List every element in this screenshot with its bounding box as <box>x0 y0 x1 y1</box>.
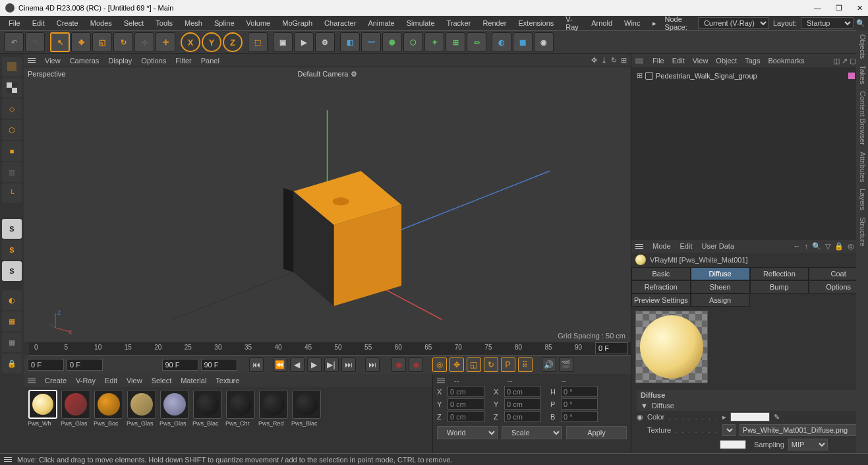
lock-btn[interactable]: 🔒 <box>2 354 22 373</box>
obj-menu-view[interactable]: View <box>693 57 709 65</box>
menu-animate[interactable]: Animate <box>362 17 400 29</box>
vp-menu-display[interactable]: Display <box>108 57 132 65</box>
mograph[interactable]: ⊞ <box>446 32 465 52</box>
material-swatch[interactable]: Pws_Boc <box>94 390 124 450</box>
mat-hamburger[interactable] <box>28 379 36 383</box>
tab-diffuse[interactable]: Diffuse <box>691 267 750 280</box>
frame-field-1[interactable] <box>28 359 64 371</box>
menu-modes[interactable]: Modes <box>84 17 118 29</box>
material-swatch[interactable]: Pws_Chr <box>225 390 256 450</box>
prev-frame[interactable]: ◀ <box>290 357 304 372</box>
obj-menu-bookmarks[interactable]: Bookmarks <box>768 57 804 65</box>
x-axis-toggle[interactable]: X <box>181 32 200 52</box>
tab-refraction[interactable]: Refraction <box>631 280 691 294</box>
material-swatch[interactable]: Pws_Glas <box>159 390 190 450</box>
key-dots[interactable]: ⠿ <box>518 357 533 372</box>
object-tree[interactable]: ⊞ Pedestrian_Walk_Signal_group ⠿ <box>631 67 868 239</box>
vp-menu-panel[interactable]: Panel <box>201 57 219 65</box>
polygon-mode[interactable]: ■ <box>2 141 22 161</box>
menu-mesh[interactable]: Mesh <box>179 17 208 29</box>
autokey[interactable]: ◉ <box>409 357 423 372</box>
texture-mode[interactable] <box>2 78 22 98</box>
sidetab-objects[interactable]: Objects <box>857 34 867 59</box>
light-tool[interactable]: ◉ <box>534 32 554 52</box>
coord-space[interactable]: World <box>437 426 498 439</box>
menu-file[interactable]: File <box>3 17 26 29</box>
frame-field-2[interactable] <box>67 359 103 371</box>
cube-primitive[interactable]: ◧ <box>340 32 360 52</box>
tab-sheen[interactable]: Sheen <box>691 280 750 294</box>
workplane-btn[interactable]: ◐ <box>2 290 22 310</box>
tab-bump[interactable]: Bump <box>750 280 809 294</box>
key-rot[interactable]: ◱ <box>467 357 481 372</box>
camera-tool[interactable]: ▦ <box>513 32 533 52</box>
recent-tool[interactable]: ⊹ <box>134 32 154 52</box>
menu-tracker[interactable]: Tracker <box>441 17 477 29</box>
spline-primitive[interactable]: 〰 <box>361 32 381 52</box>
mat-menu-view[interactable]: View <box>127 377 142 385</box>
move-tool[interactable]: ✥ <box>71 32 91 52</box>
material-swatch[interactable]: Pws_Wh <box>28 390 58 450</box>
sidetab-content-browser[interactable]: Content Browser <box>857 91 867 145</box>
tab-basic[interactable]: Basic <box>631 267 691 280</box>
close-button[interactable]: ✕ <box>857 4 863 13</box>
tab-preview-settings[interactable]: Preview Settings <box>631 294 691 307</box>
sidetab-structure[interactable]: Structure <box>857 217 867 247</box>
tag-icon[interactable] <box>848 73 855 79</box>
mat-menu-texture[interactable]: Texture <box>216 377 239 385</box>
goto-next-key[interactable]: ⏭ <box>341 357 356 372</box>
vp-menu-cameras[interactable]: Cameras <box>70 57 100 65</box>
sidetab-attributes[interactable]: Attributes <box>857 152 867 182</box>
maximize-button[interactable]: ❐ <box>836 4 842 13</box>
nav-back[interactable]: ← <box>794 242 801 251</box>
attr-hamburger[interactable] <box>635 244 643 249</box>
sidetab-layers[interactable]: Layers <box>857 189 867 210</box>
menu-extensions[interactable]: Extensions <box>512 17 560 29</box>
material-swatch[interactable]: Pws_Red <box>258 390 289 450</box>
vp-icon-1[interactable]: ✥ <box>591 56 597 65</box>
node-space-dropdown[interactable]: Current (V-Ray) <box>698 17 769 29</box>
obj-menu-object[interactable]: Object <box>716 57 737 65</box>
minimize-button[interactable]: — <box>814 4 821 13</box>
rot-p[interactable] <box>561 398 598 410</box>
sampling-dropdown[interactable]: MIP <box>788 439 828 450</box>
mat-menu-material[interactable]: Material <box>181 377 206 385</box>
material-preview[interactable] <box>635 311 708 383</box>
fields[interactable]: ✦ <box>424 32 444 52</box>
goto-start[interactable]: ⏮ <box>249 357 264 372</box>
tab-assign[interactable]: Assign <box>691 294 750 307</box>
size-z[interactable] <box>504 411 541 422</box>
render-picture[interactable]: ▶ <box>294 32 314 52</box>
ruler-frame-field[interactable] <box>595 342 628 354</box>
menu-create[interactable]: Create <box>51 17 84 29</box>
coord-z[interactable] <box>448 411 484 422</box>
record-key[interactable]: ◉ <box>391 357 406 372</box>
menu-arnold[interactable]: Arnold <box>585 17 618 29</box>
search-icon[interactable]: 🔍 <box>856 19 865 28</box>
material-swatch[interactable]: Pws_Glas <box>61 390 91 450</box>
obj-menu-tags[interactable]: Tags <box>745 57 760 65</box>
rot-b[interactable] <box>561 411 598 422</box>
tree-item[interactable]: ⊞ Pedestrian_Walk_Signal_group ⠿ <box>634 70 865 81</box>
vp-icon-3[interactable]: ↻ <box>611 56 617 65</box>
menu-render[interactable]: Render <box>477 17 512 29</box>
model-mode[interactable] <box>2 57 22 77</box>
snap-s1[interactable]: S <box>2 219 22 239</box>
uv-mode[interactable]: ▥ <box>2 162 22 182</box>
texture-dropdown[interactable] <box>722 424 736 436</box>
edge-mode[interactable]: ⬡ <box>2 120 22 140</box>
scene-btn[interactable]: 🎬 <box>559 357 573 372</box>
diffuse-toggle[interactable]: Diffuse <box>652 402 674 410</box>
coord-system[interactable]: ⬚ <box>248 32 268 52</box>
y-axis-toggle[interactable]: Y <box>202 32 221 52</box>
generator[interactable]: ⬢ <box>382 32 402 52</box>
workplane-mode[interactable]: ◇ <box>2 99 22 119</box>
menu-volume[interactable]: Volume <box>241 17 277 29</box>
frame-field-3[interactable] <box>162 359 198 371</box>
z-axis-toggle[interactable]: Z <box>223 32 243 52</box>
next-frame[interactable]: ▶| <box>324 357 339 372</box>
frame-field-4[interactable] <box>201 359 237 371</box>
diffuse-color[interactable] <box>730 412 770 421</box>
menu-character[interactable]: Character <box>318 17 362 29</box>
key-pla[interactable]: P <box>501 357 515 372</box>
